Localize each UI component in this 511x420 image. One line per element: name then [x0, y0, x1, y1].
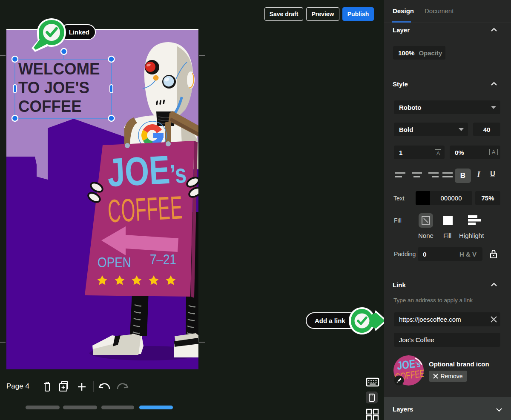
- svg-text:7–21: 7–21: [150, 251, 176, 267]
- svg-text:A: A: [436, 150, 440, 156]
- svg-text:OPEN: OPEN: [98, 254, 131, 270]
- svg-text:COFFEE: COFFEE: [107, 189, 184, 229]
- svg-text:A: A: [492, 149, 496, 155]
